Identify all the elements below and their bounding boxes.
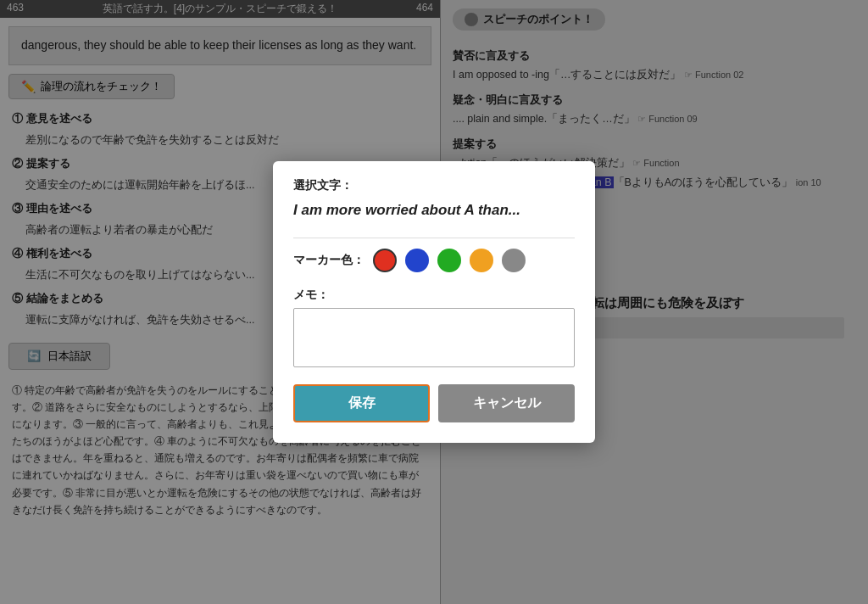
color-dot-orange[interactable] — [470, 249, 493, 272]
marker-row: マーカー色： — [293, 249, 575, 272]
dialog-buttons: 保存 キャンセル — [293, 384, 575, 422]
cancel-button[interactable]: キャンセル — [438, 384, 575, 422]
memo-label: メモ： — [293, 288, 575, 303]
memo-row: メモ： — [293, 288, 575, 371]
color-dot-red[interactable] — [373, 249, 397, 272]
selection-label: 選択文字： — [293, 178, 575, 193]
selection-dialog: 選択文字： I am more worried about A than... … — [273, 161, 595, 443]
divider-1 — [293, 238, 575, 238]
color-dot-green[interactable] — [437, 249, 461, 272]
color-dot-blue[interactable] — [405, 249, 429, 272]
marker-label: マーカー色： — [293, 253, 364, 268]
save-button[interactable]: 保存 — [293, 384, 430, 422]
modal-overlay: 選択文字： I am more worried about A than... … — [0, 0, 868, 604]
main-container: 463 英語で話す力。[4]のサンプル・スピーチで鍛える！ 464 danger… — [0, 0, 868, 604]
memo-input[interactable] — [293, 308, 575, 367]
selected-text-display: I am more worried about A than... — [293, 200, 575, 221]
color-dot-gray[interactable] — [502, 249, 526, 272]
